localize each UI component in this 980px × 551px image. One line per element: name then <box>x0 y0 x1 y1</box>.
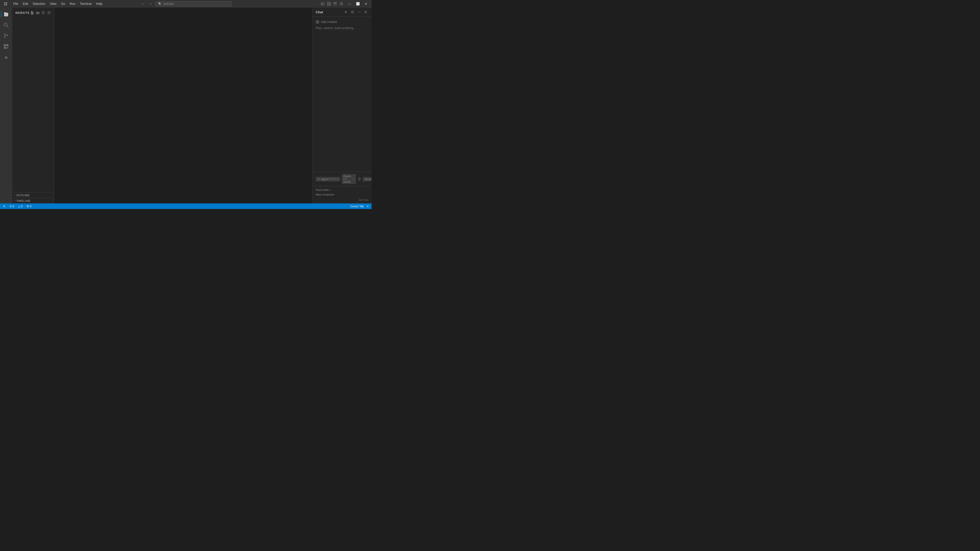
chat-more-button[interactable] <box>356 9 362 15</box>
status-error-icon[interactable]: ✕ <box>2 204 6 209</box>
nav-forward-button[interactable]: → <box>147 1 154 6</box>
status-warnings[interactable]: △ 0 <box>17 204 24 209</box>
svg-rect-3 <box>6 4 7 5</box>
cursor-tab-status[interactable]: Cursor Tab <box>349 204 365 209</box>
editor-content[interactable] <box>54 8 312 204</box>
model-chevron-icon: ∨ <box>353 178 355 180</box>
new-composer-item[interactable]: New composer <box>316 193 369 196</box>
outline-chevron: › <box>14 194 15 196</box>
chat-history-button[interactable] <box>350 9 355 15</box>
menu-run[interactable]: Run <box>68 1 77 6</box>
status-menu-button[interactable]: ≡ <box>366 204 369 209</box>
send-button[interactable]: Send ↵ <box>363 177 372 182</box>
agent-mode-selector[interactable]: Agent Ctrl+I ∨ <box>316 177 340 182</box>
minimize-button[interactable]: — <box>346 1 353 6</box>
svg-rect-19 <box>6 44 8 46</box>
cursor-tab-label: Cursor Tab <box>350 205 364 208</box>
maximize-button[interactable]: ⬜ <box>354 1 361 6</box>
activity-source-control[interactable] <box>1 30 11 41</box>
timeline-label: TIMELINE <box>16 199 30 202</box>
chat-footer: Agent Ctrl+I ∨ claude-3.7-sonnet ∨ Send <box>313 172 372 186</box>
chat-title: Chat <box>316 10 323 14</box>
title-bar-center: ← → 🔍 website <box>140 1 232 6</box>
warning-icon: △ <box>18 205 20 208</box>
outline-section[interactable]: › OUTLINE <box>12 192 54 198</box>
sidebar-content <box>12 17 54 192</box>
svg-rect-18 <box>4 44 6 46</box>
layout-panel-icon[interactable] <box>332 1 338 6</box>
layout-icons <box>320 1 344 6</box>
chat-timestamp: Just now <box>359 198 369 202</box>
model-selector[interactable]: claude-3.7-sonnet ∨ <box>342 174 356 184</box>
title-bar-right: — ⬜ ✕ <box>320 1 369 6</box>
svg-line-33 <box>352 12 353 13</box>
new-file-button[interactable] <box>30 10 35 15</box>
menu-selection[interactable]: Selection <box>30 1 47 6</box>
global-search[interactable]: 🔍 website <box>156 1 232 6</box>
svg-rect-1 <box>6 2 7 3</box>
nav-arrows: ← → <box>140 1 154 6</box>
layout-sidebar-icon[interactable] <box>320 1 326 6</box>
svg-point-12 <box>4 23 7 26</box>
new-chat-button[interactable] <box>343 9 348 15</box>
settings-gear-icon[interactable] <box>339 1 344 6</box>
timeline-chevron: › <box>14 199 15 202</box>
past-chats-section: Past chats ∨ New composer <box>313 186 372 197</box>
layout-grid-icon[interactable] <box>326 1 332 6</box>
gear-status-icon: ⚙ <box>27 205 29 208</box>
past-chats-label: Past chats <box>316 188 329 191</box>
x-icon: ✕ <box>3 205 5 208</box>
timeline-section[interactable]: › TIMELINE <box>12 198 54 204</box>
svg-point-15 <box>4 37 5 38</box>
sidebar-explorer: WEBSITE <box>12 8 54 204</box>
search-icon: 🔍 <box>158 2 162 6</box>
menu-edit[interactable]: Edit <box>21 1 30 6</box>
circle-icon: ⊙ <box>10 205 12 208</box>
menu-bar: File Edit Selection View Go Run Terminal… <box>11 1 104 6</box>
add-context-button[interactable]: Add context <box>316 20 369 24</box>
menu-help[interactable]: Help <box>94 1 105 6</box>
chat-controls: Agent Ctrl+I ∨ claude-3.7-sonnet ∨ Send <box>316 174 369 184</box>
error-count: 0 <box>13 205 14 208</box>
collapse-all-button[interactable] <box>46 10 52 15</box>
refresh-explorer-button[interactable] <box>41 10 46 15</box>
past-chats-header[interactable]: Past chats ∨ <box>316 188 369 191</box>
chat-close-button[interactable] <box>363 9 369 15</box>
nav-back-button[interactable]: ← <box>140 1 147 6</box>
svg-rect-4 <box>321 2 322 5</box>
svg-rect-8 <box>327 4 329 6</box>
add-context-icon <box>316 20 319 24</box>
menu-go[interactable]: Go <box>59 1 67 6</box>
menu-view[interactable]: View <box>48 1 59 6</box>
svg-rect-7 <box>329 2 331 3</box>
svg-line-13 <box>7 26 8 27</box>
activity-dropdown[interactable] <box>1 53 11 63</box>
title-bar: File Edit Selection View Go Run Terminal… <box>0 0 372 8</box>
status-info[interactable]: ⚙ 0 <box>25 204 32 209</box>
agent-shortcut: Ctrl+I <box>330 178 336 180</box>
svg-rect-0 <box>4 2 5 3</box>
close-button[interactable]: ✕ <box>363 1 369 6</box>
svg-rect-21 <box>6 47 8 49</box>
activity-explorer[interactable] <box>1 9 11 19</box>
info-count: 0 <box>30 205 32 208</box>
chat-input-field[interactable] <box>316 26 369 30</box>
editor-area <box>54 8 312 204</box>
chat-panel: Chat <box>312 8 372 204</box>
svg-rect-6 <box>327 2 329 3</box>
svg-rect-11 <box>333 4 337 5</box>
svg-point-36 <box>360 12 361 12</box>
menu-terminal[interactable]: Terminal <box>78 1 94 6</box>
agent-label: Agent <box>321 178 329 181</box>
menu-file[interactable]: File <box>11 1 20 6</box>
status-errors[interactable]: ⊙ 0 <box>8 204 15 209</box>
hamburger-icon: ≡ <box>367 205 369 208</box>
new-folder-button[interactable] <box>35 10 40 15</box>
attach-button[interactable] <box>358 176 361 182</box>
activity-extensions[interactable] <box>1 41 11 51</box>
sidebar-title: WEBSITE <box>15 11 30 14</box>
activity-search[interactable] <box>1 20 11 30</box>
timestamp-area: Just now <box>313 197 372 204</box>
svg-point-14 <box>4 34 5 35</box>
svg-rect-9 <box>329 4 331 6</box>
